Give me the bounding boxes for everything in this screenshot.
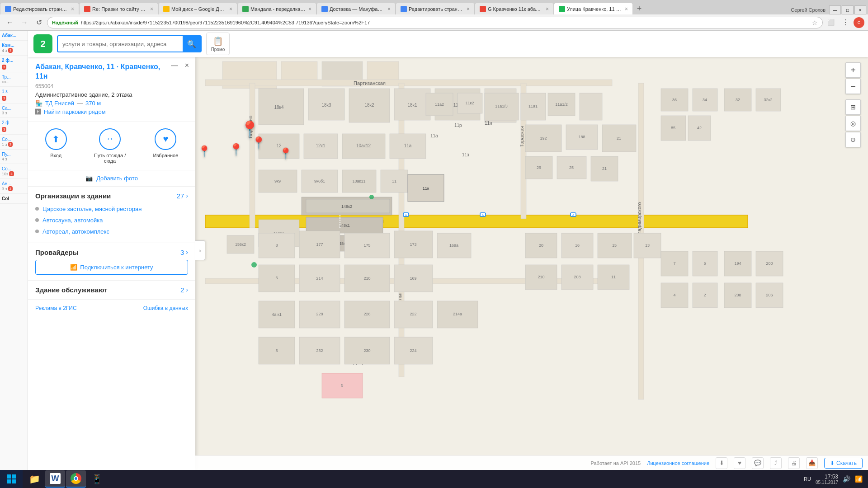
orgs-count-arrow[interactable]: 27 › xyxy=(177,192,188,200)
building-count-arrow[interactable]: 2 › xyxy=(180,286,188,294)
listing-item-10[interactable]: Со... 10з 3 xyxy=(0,164,28,179)
bottom-icon-share[interactable]: ⤴ xyxy=(770,457,782,469)
action-favorites[interactable]: ♥ Избранное xyxy=(153,128,179,164)
taskbar-app-android[interactable]: 📱 xyxy=(87,470,107,488)
tab-6[interactable]: Редактировать страни... × xyxy=(396,3,475,14)
providers-count-arrow[interactable]: 3 › xyxy=(180,249,188,256)
tab-1[interactable]: Редактировать страни... × xyxy=(0,3,79,14)
minimize-window[interactable]: — xyxy=(829,5,841,14)
close-window[interactable]: × xyxy=(854,5,866,14)
tab-8-active[interactable]: Улица Кравченко, 11 / ... × xyxy=(554,3,633,14)
tab-4[interactable]: Мандала - переделка с... × xyxy=(237,3,316,14)
gis-search-btn[interactable]: 🔍 xyxy=(183,36,201,52)
listing-item-8[interactable]: Со... 1 з 3 xyxy=(0,135,28,150)
building-header[interactable]: Здание обслуживают 2 › xyxy=(35,286,188,294)
zoom-out-button[interactable]: − xyxy=(845,79,861,94)
info-panel-minimize-btn[interactable]: — xyxy=(171,61,178,70)
back-button[interactable]: ← xyxy=(4,16,16,29)
blue-pin-4[interactable]: 📍 xyxy=(198,145,211,158)
volume-icon[interactable]: 🔊 xyxy=(843,475,850,483)
info-panel-close-btn[interactable]: × xyxy=(185,61,189,70)
taskbar-app-chrome[interactable] xyxy=(66,470,86,488)
blue-pin-1[interactable]: 📍 xyxy=(229,143,243,157)
footer-ad-link[interactable]: Реклама в 2ГИС xyxy=(35,305,77,311)
tab-7[interactable]: G Кравченко 11к абакан... × xyxy=(475,3,554,14)
tab-3-close[interactable]: × xyxy=(229,6,232,12)
new-tab-button[interactable]: + xyxy=(633,3,646,14)
listing-item-11[interactable]: Ан... 3 з 3 xyxy=(0,179,28,194)
map-compass-button[interactable]: ⊙ xyxy=(845,132,861,147)
info-distance-row[interactable]: 🏪 ТД Енисей — 370 м xyxy=(35,100,188,107)
taskbar-app-explorer[interactable]: 📁 xyxy=(24,470,44,488)
action-route[interactable]: ↔ Путь отсюда / сюда xyxy=(92,128,128,164)
tab-4-close[interactable]: × xyxy=(308,6,311,12)
side-listings-panel: Абак... Ком... 4 з 3 2 ф... 3 Тр... ко..… xyxy=(0,31,28,470)
action-entrance[interactable]: ⬆ Вход xyxy=(45,128,67,164)
bottom-icon-heart[interactable]: ♥ xyxy=(734,457,745,469)
taskbar-right: RU 17:53 05.11.2017 🔊 📶 xyxy=(798,474,868,485)
favorites-label: Избранное xyxy=(153,153,179,158)
svg-text:210: 210 xyxy=(538,275,544,279)
tab-2-close[interactable]: × xyxy=(150,6,153,12)
reload-button[interactable]: ↺ xyxy=(33,16,45,29)
listing-item-5[interactable]: 1 з 3 xyxy=(0,87,28,103)
providers-header[interactable]: Провайдеры 3 › xyxy=(35,249,188,256)
bottom-icon-download2[interactable]: 📥 xyxy=(806,457,818,469)
map-location-button[interactable]: ◎ xyxy=(845,116,861,131)
tab-8-close[interactable]: × xyxy=(625,6,628,12)
map-layers-button[interactable]: ⊞ xyxy=(845,99,861,115)
map-bottom-bar: Работает на API 2015 Лицензионное соглаш… xyxy=(195,455,868,470)
bottom-icon-speech[interactable]: 💬 xyxy=(752,457,764,469)
org-item-2[interactable]: Автосауна, автомойка xyxy=(35,215,188,226)
listing-item-4[interactable]: Тр... ко... xyxy=(0,72,28,87)
panel-collapse-arrow[interactable]: › xyxy=(195,240,205,260)
tab-2[interactable]: Re: Правки по сайту – f... × xyxy=(79,3,158,14)
info-parking-row[interactable]: 🅿 Найти парковки рядом xyxy=(35,108,188,115)
org-item-1[interactable]: Царское застолье, мясной ресторан xyxy=(35,203,188,215)
gis-promo-button[interactable]: 📋 Промо xyxy=(206,33,230,55)
svg-text:148к1: 148к1 xyxy=(339,223,350,228)
svg-text:228: 228 xyxy=(316,312,323,316)
tab-6-close[interactable]: × xyxy=(467,6,470,12)
listing-3-label: 2 ф... xyxy=(2,58,26,63)
tab-1-close[interactable]: × xyxy=(71,6,74,12)
taskbar-app-word[interactable]: W xyxy=(45,470,65,488)
user-avatar[interactable]: С xyxy=(854,17,864,28)
download-app-button[interactable]: ⬇ Скачать xyxy=(824,458,863,469)
extensions-button[interactable]: ⬜ xyxy=(825,16,837,29)
listing-item-3[interactable]: 2 ф... 3 xyxy=(0,56,28,72)
address-bar[interactable]: Надёжный https://2gis.ru/abakan/inside/9… xyxy=(47,17,823,28)
footer-error-link[interactable]: Ошибка в данных xyxy=(143,305,188,311)
user-name-display: Сергей Срохов xyxy=(791,7,826,13)
license-link[interactable]: Лицензионное соглашение xyxy=(647,460,709,466)
gis-search-input[interactable] xyxy=(58,41,183,47)
listing-item-6[interactable]: Са... 3 з xyxy=(0,103,28,118)
chrome-menu[interactable]: ⋮ xyxy=(839,16,852,29)
blue-pin-2[interactable]: 📍 xyxy=(251,136,266,150)
orgs-section-header[interactable]: Организации в здании 27 › xyxy=(35,192,188,200)
bottom-icon-print[interactable]: 🖨 xyxy=(788,457,800,469)
listing-item-7[interactable]: 2 ф 3 xyxy=(0,118,28,135)
listing-item-1[interactable]: Абак... xyxy=(0,31,28,41)
forward-button[interactable]: → xyxy=(18,16,31,29)
tab-7-favicon xyxy=(480,6,486,12)
zoom-in-button[interactable]: + xyxy=(845,62,861,78)
bookmark-star[interactable]: ☆ xyxy=(812,19,818,26)
listing-item-9[interactable]: Пу... 4 з xyxy=(0,150,28,164)
network-icon[interactable]: 📶 xyxy=(855,475,863,483)
add-photo-row[interactable]: 📷 Добавить фото xyxy=(28,170,195,187)
blue-pin-3[interactable]: 📍 xyxy=(279,147,292,160)
listing-item-col[interactable]: Col xyxy=(0,194,28,204)
org-item-3[interactable]: Автореал, автокомплекс xyxy=(35,226,188,237)
listing-item-2[interactable]: Ком... 4 з 3 xyxy=(0,41,28,56)
bottom-icon-download[interactable]: ⬇ xyxy=(716,457,727,469)
tab-5-close[interactable]: × xyxy=(387,6,391,12)
maximize-window[interactable]: □ xyxy=(842,5,854,14)
gis-logo[interactable]: 2 xyxy=(33,34,52,53)
tab-7-close[interactable]: × xyxy=(546,6,549,12)
tab-5[interactable]: Доставка — Мануфакт... × xyxy=(316,3,396,14)
tab-3[interactable]: Мой диск – Google Диск... × xyxy=(158,3,237,14)
connect-internet-btn[interactable]: 📶 Подключиться к интернету xyxy=(35,260,188,275)
start-button[interactable] xyxy=(0,470,23,488)
svg-text:18к3: 18к3 xyxy=(321,103,331,108)
